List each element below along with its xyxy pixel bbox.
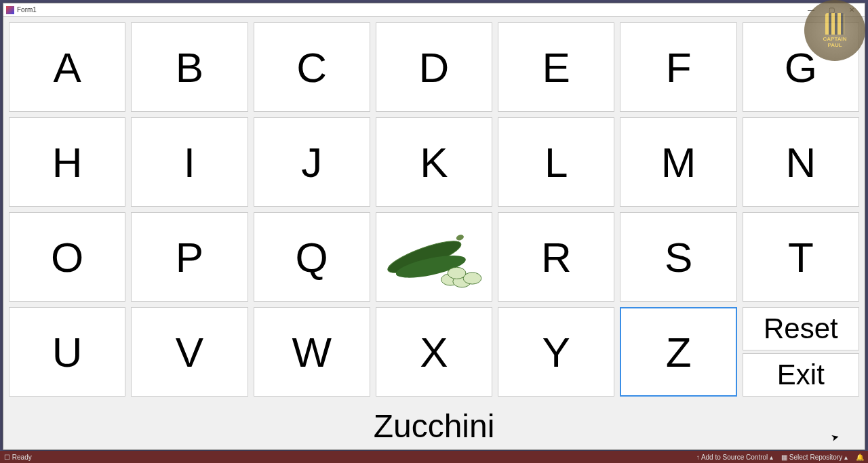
letter-button-Q[interactable]: Q xyxy=(254,212,370,302)
status-repository[interactable]: ▦ Select Repository ▴ xyxy=(781,454,848,461)
letter-button-F[interactable]: F xyxy=(620,22,736,112)
logo-stripes-icon xyxy=(825,13,844,35)
window-title: Form1 xyxy=(17,6,37,14)
app-window: Form1 — ▢ ✕ ABCDEFGHIJKLMNOPQ RSTUVWXYZR… xyxy=(3,3,865,450)
letter-button-L[interactable]: L xyxy=(498,117,614,207)
letter-button-C[interactable]: C xyxy=(254,22,370,112)
svg-point-7 xyxy=(448,267,466,279)
letter-button-N[interactable]: N xyxy=(743,117,859,207)
word-display: Zucchini xyxy=(3,407,865,445)
letter-button-S[interactable]: S xyxy=(620,212,736,302)
letter-button-V[interactable]: V xyxy=(131,307,248,397)
status-ready: ☐ Ready xyxy=(4,454,32,461)
letter-button-B[interactable]: B xyxy=(131,22,248,112)
letter-button-J[interactable]: J xyxy=(254,117,370,207)
letter-button-T[interactable]: T xyxy=(743,212,859,302)
channel-logo: CAPTAINPAUL xyxy=(804,0,865,61)
letter-button-P[interactable]: P xyxy=(131,212,248,302)
letter-button-M[interactable]: M xyxy=(620,117,736,207)
svg-point-3 xyxy=(455,234,464,241)
letter-button-E[interactable]: E xyxy=(498,22,614,112)
letter-grid: ABCDEFGHIJKLMNOPQ RSTUVWXYZResetExit xyxy=(9,22,859,397)
exit-button[interactable]: Exit xyxy=(743,353,859,397)
client-area: ABCDEFGHIJKLMNOPQ RSTUVWXYZResetExit Zuc… xyxy=(3,17,865,449)
letter-button-W[interactable]: W xyxy=(254,307,370,397)
letter-button-R[interactable]: R xyxy=(498,212,614,302)
letter-button-U[interactable]: U xyxy=(9,307,125,397)
zucchini-icon xyxy=(379,216,489,298)
letter-button-Y[interactable]: Y xyxy=(498,307,614,397)
letter-button-A[interactable]: A xyxy=(9,22,125,112)
ide-statusbar: ☐ Ready ↑ Add to Source Control ▴ ▦ Sele… xyxy=(0,451,868,463)
letter-button-O[interactable]: O xyxy=(9,212,125,302)
image-cell-zucchini[interactable] xyxy=(376,212,492,302)
status-bell-icon[interactable]: 🔔 xyxy=(856,454,864,461)
letter-button-H[interactable]: H xyxy=(9,117,125,207)
reset-button[interactable]: Reset xyxy=(743,307,859,350)
letter-button-I[interactable]: I xyxy=(131,117,248,207)
titlebar: Form1 — ▢ ✕ xyxy=(3,3,865,17)
letter-button-Z[interactable]: Z xyxy=(620,307,736,397)
letter-button-D[interactable]: D xyxy=(376,22,492,112)
app-icon xyxy=(6,6,14,14)
status-source-control[interactable]: ↑ Add to Source Control ▴ xyxy=(696,454,773,461)
letter-button-X[interactable]: X xyxy=(376,307,492,397)
action-stack: ResetExit xyxy=(743,307,859,397)
letter-button-K[interactable]: K xyxy=(376,117,492,207)
